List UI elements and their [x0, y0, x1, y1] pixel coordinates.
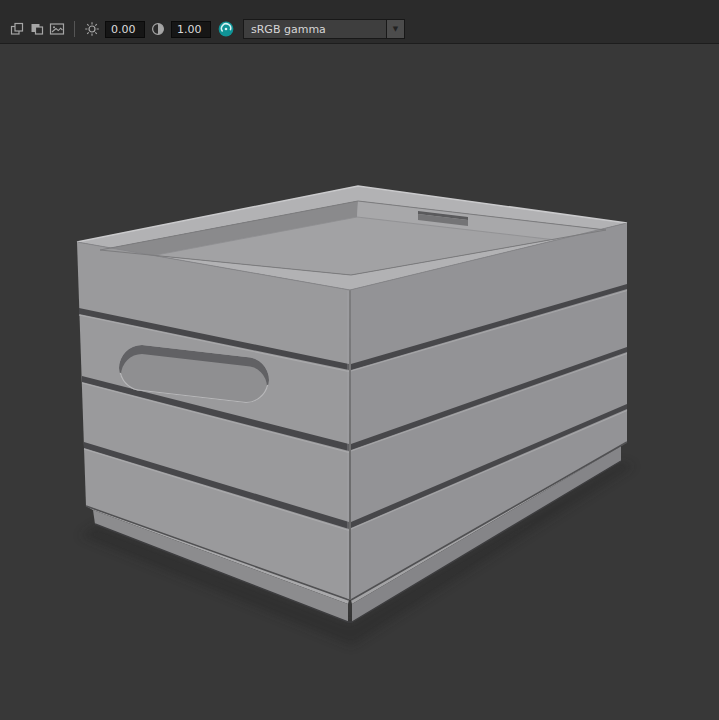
snapshot-image-icon [49, 21, 65, 37]
render-viewport[interactable] [0, 44, 719, 720]
exposure-input[interactable] [105, 21, 145, 38]
chevron-down-icon[interactable]: ▼ [386, 20, 404, 38]
gamma-icon [150, 21, 166, 37]
exposure-icon [84, 21, 100, 37]
gamma-button[interactable] [149, 19, 167, 39]
colorspace-selected-value: sRGB gamma [244, 23, 386, 36]
color-management-button[interactable] [215, 19, 237, 39]
compare-frames-button[interactable] [28, 19, 46, 39]
exposure-button[interactable] [83, 19, 101, 39]
crate-render [0, 44, 719, 720]
color-management-icon [217, 20, 235, 38]
gamma-input[interactable] [171, 21, 211, 38]
render-view-toolbar: sRGB gamma ▼ [0, 0, 719, 44]
toolbar-separator [74, 21, 75, 37]
compare-frames-icon [29, 21, 45, 37]
snapshot-image-button[interactable] [48, 19, 66, 39]
copy-frame-icon [9, 21, 25, 37]
colorspace-dropdown[interactable]: sRGB gamma ▼ [243, 19, 405, 39]
copy-frame-button[interactable] [8, 19, 26, 39]
